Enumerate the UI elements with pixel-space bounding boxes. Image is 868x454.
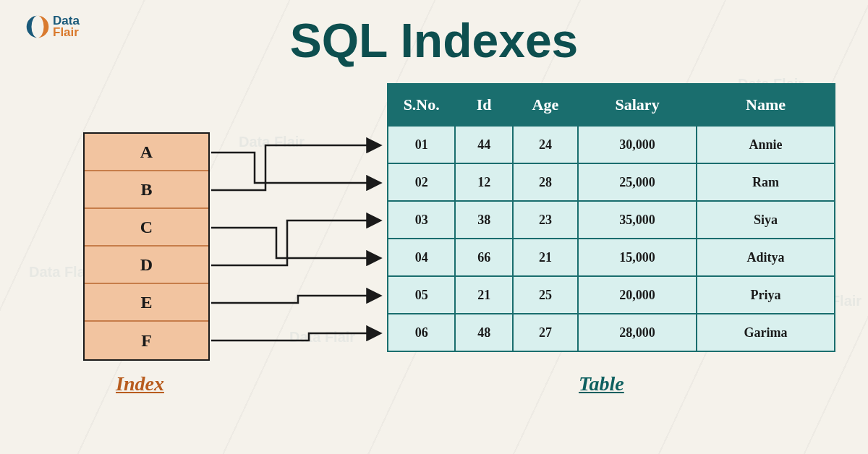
- cell-name: Annie: [697, 126, 835, 163]
- col-header-age: Age: [513, 84, 578, 126]
- cell-name: Aditya: [697, 239, 835, 276]
- cell-id: 66: [455, 239, 512, 276]
- table-row: 01 44 24 30,000 Annie: [388, 126, 835, 163]
- cell-name: Garima: [697, 314, 835, 351]
- cell-salary: 15,000: [578, 239, 697, 276]
- index-item: F: [85, 322, 208, 359]
- cell-id: 38: [455, 201, 512, 239]
- cell-name: Ram: [697, 163, 835, 201]
- mapping-arrow: [211, 145, 380, 190]
- data-table: S.No. Id Age Salary Name 01 44 24 30,000…: [387, 83, 835, 352]
- cell-salary: 35,000: [578, 201, 697, 239]
- cell-age: 28: [513, 163, 578, 201]
- mapping-arrow: [211, 228, 380, 258]
- table-body: 01 44 24 30,000 Annie 02 12 28 25,000 Ra…: [388, 126, 835, 351]
- watermark: Data Flair: [289, 329, 355, 346]
- cell-sno: 05: [388, 276, 455, 314]
- table-row: 03 38 23 35,000 Siya: [388, 201, 835, 239]
- col-header-id: Id: [455, 84, 512, 126]
- mapping-arrow: [211, 153, 380, 183]
- mapping-arrow: [211, 296, 380, 303]
- caption-index: Index: [116, 372, 164, 395]
- cell-id: 48: [455, 314, 512, 351]
- table-row: 02 12 28 25,000 Ram: [388, 163, 835, 201]
- cell-sno: 01: [388, 126, 455, 163]
- index-item: B: [85, 171, 208, 209]
- cell-salary: 25,000: [578, 163, 697, 201]
- cell-sno: 03: [388, 201, 455, 239]
- page-title: SQL Indexes: [0, 13, 868, 68]
- cell-age: 24: [513, 126, 578, 163]
- table-row: 05 21 25 20,000 Priya: [388, 276, 835, 314]
- cell-sno: 04: [388, 239, 455, 276]
- diagram-stage: Data Flair Data Flair Data Flair Data Fl…: [0, 83, 868, 408]
- cell-age: 23: [513, 201, 578, 239]
- col-header-name: Name: [697, 84, 835, 126]
- cell-id: 21: [455, 276, 512, 314]
- table-row: 06 48 27 28,000 Garima: [388, 314, 835, 351]
- index-item: C: [85, 209, 208, 247]
- caption-table: Table: [579, 372, 624, 395]
- cell-id: 12: [455, 163, 512, 201]
- mapping-arrow: [211, 220, 380, 265]
- index-list: A B C D E F: [83, 132, 210, 361]
- col-header-salary: Salary: [578, 84, 697, 126]
- cell-name: Siya: [697, 201, 835, 239]
- cell-salary: 30,000: [578, 126, 697, 163]
- col-header-sno: S.No.: [388, 84, 455, 126]
- mapping-arrow: [211, 333, 380, 340]
- cell-age: 25: [513, 276, 578, 314]
- cell-sno: 06: [388, 314, 455, 351]
- cell-salary: 28,000: [578, 314, 697, 351]
- cell-age: 27: [513, 314, 578, 351]
- watermark: Data Flair: [239, 134, 305, 150]
- cell-id: 44: [455, 126, 512, 163]
- table-header-row: S.No. Id Age Salary Name: [388, 84, 835, 126]
- index-item: E: [85, 284, 208, 322]
- table-row: 04 66 21 15,000 Aditya: [388, 239, 835, 276]
- cell-sno: 02: [388, 163, 455, 201]
- index-item: D: [85, 247, 208, 284]
- index-item: A: [85, 134, 208, 171]
- cell-age: 21: [513, 239, 578, 276]
- cell-salary: 20,000: [578, 276, 697, 314]
- cell-name: Priya: [697, 276, 835, 314]
